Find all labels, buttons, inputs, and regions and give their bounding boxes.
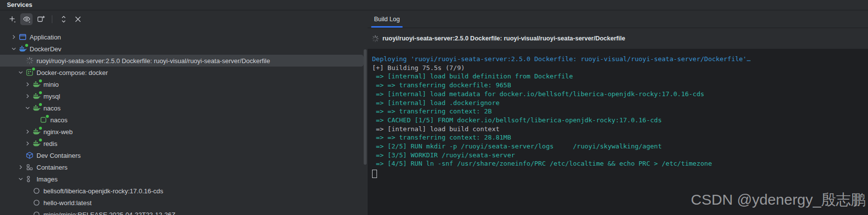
collapse-all-icon [74, 15, 82, 24]
spinner-icon [372, 35, 379, 42]
compose-icon [26, 69, 34, 76]
tree-label: nacos [50, 116, 68, 124]
docker-green-icon [33, 92, 40, 100]
tree-row-ruoyi-ruoyi-seata-server-2-5-0-dockerfile-[interactable]: ruoyi/ruoyi-seata-server:2.5.0 Dockerfil… [0, 55, 364, 67]
console-line: => [internal] load build definition from… [372, 72, 868, 81]
container-icon [39, 116, 47, 124]
running-status-dot [39, 139, 42, 142]
tree-row-dockerdev[interactable]: DockerDev [0, 43, 368, 55]
services-tree: ApplicationDockerDevruoyi/ruoyi-seata-se… [0, 28, 368, 215]
console-line: => [internal] load .dockerignore [372, 99, 868, 108]
console-line: => => transferring context: 28.81MB [372, 133, 868, 142]
tree-row-docker-compose-docker[interactable]: Docker-compose: docker [0, 67, 368, 78]
tree-row-nginx-web[interactable]: nginx-web [0, 126, 368, 138]
running-status-dot [39, 91, 42, 94]
tree-label: Dev Containers [37, 152, 81, 159]
arrow-spacer [24, 211, 32, 215]
devcontainer-cube-icon [26, 151, 34, 159]
arrow-spacer [17, 57, 25, 65]
tree-label: Docker-compose: docker [37, 69, 108, 76]
chevron-down-icon[interactable] [17, 175, 25, 183]
console-line: => => transferring dockerfile: 965B [372, 81, 868, 90]
tree-label: mysql [43, 93, 60, 100]
toolbar-separator [52, 15, 52, 23]
image-circle-icon [33, 211, 40, 215]
services-sidebar: ApplicationDockerDevruoyi/ruoyi-seata-se… [0, 10, 368, 215]
console-line: => [2/5] RUN mkdir -p /ruoyi/seata-serve… [372, 142, 868, 151]
tree-label: Containers [37, 164, 68, 171]
console-line: => [4/5] RUN ln -snf /usr/share/zoneinfo… [372, 159, 868, 168]
image-circle-icon [33, 187, 40, 195]
services-toolbar [0, 10, 368, 28]
chevron-down-icon[interactable] [10, 45, 18, 53]
add-icon [8, 15, 17, 24]
running-status-dot [39, 79, 42, 82]
containers-icon [26, 163, 34, 171]
running-status-dot [25, 44, 28, 47]
chevron-down-icon[interactable] [17, 69, 25, 76]
chevron-down-icon[interactable] [24, 104, 32, 112]
chevron-right-icon[interactable] [24, 80, 32, 88]
chevron-right-icon[interactable] [24, 128, 32, 136]
console-line: => [internal] load build context [372, 125, 868, 134]
tree-label: redis [43, 140, 57, 147]
tree-label: nacos [43, 105, 61, 112]
running-status-dot [46, 115, 49, 118]
tree-row-mysql[interactable]: mysql [0, 90, 368, 102]
tree-row-nacos[interactable]: nacos [0, 102, 368, 114]
chevron-right-icon[interactable] [24, 92, 32, 100]
tree-label: nginx-web [43, 128, 73, 136]
build-log-header: ruoyi/ruoyi-seata-server:2.5.0 Dockerfil… [368, 28, 868, 49]
docker-green-icon [33, 140, 40, 147]
tree-row-minio-minio-release-2025-04-22t22-12-26z[interactable]: minio/minio:RELEASE.2025-04-22T22-12-26Z [0, 209, 368, 215]
tree-row-hello-world-latest[interactable]: hello-world:latest [0, 197, 368, 209]
docker-green-icon [33, 128, 40, 136]
tab-bar: Build Log [368, 10, 868, 28]
console-line: [+] Building 75.5s (7/9) [372, 64, 868, 72]
tree-label: hello-world:latest [43, 199, 92, 207]
console-line: => [3/5] WORKDIR /ruoyi/seata-server [372, 151, 868, 160]
running-status-dot [32, 68, 35, 71]
tool-window-title: Services [7, 1, 32, 8]
console-line: => CACHED [1/5] FROM docker.io/bellsoft/… [372, 116, 868, 125]
console-line: => => transferring context: 2B [372, 107, 868, 116]
console-line: Deploying 'ruoyi/ruoyi-seata-server:2.5.… [372, 55, 868, 64]
tree-label: ruoyi/ruoyi-seata-server:2.5.0 Dockerfil… [37, 57, 270, 65]
running-status-dot [39, 103, 42, 106]
tree-row-nacos[interactable]: nacos [0, 114, 368, 126]
tree-row-dev-containers[interactable]: Dev Containers [0, 149, 368, 161]
tree-row-minio[interactable]: minio [0, 78, 368, 90]
tree-label: DockerDev [30, 45, 61, 53]
console-cursor [372, 170, 377, 178]
docker-green-icon [33, 104, 40, 112]
chevron-right-icon[interactable] [10, 33, 18, 41]
tree-label: Images [37, 176, 58, 183]
arrow-spacer [17, 151, 25, 159]
build-log-panel: Build Log ruoyi/ruoyi-seata-server:2.5.0… [368, 10, 868, 215]
navigate-up-down-button[interactable] [57, 13, 70, 25]
navigate-up-down-icon [59, 15, 68, 24]
arrow-spacer [24, 199, 32, 207]
tree-label: Application [30, 34, 61, 41]
docker-blue-icon [19, 45, 27, 53]
add-button[interactable] [6, 13, 18, 25]
eye-button[interactable] [20, 13, 33, 25]
collapse-all-button[interactable] [72, 13, 84, 25]
image-circle-icon [33, 199, 40, 207]
tree-label: minio [43, 81, 59, 88]
tree-row-redis[interactable]: redis [0, 138, 368, 149]
tree-row-images[interactable]: Images [0, 173, 368, 185]
chevron-right-icon[interactable] [24, 140, 32, 147]
tree-scrollbar[interactable] [364, 49, 367, 165]
app-window-icon [19, 33, 27, 41]
tree-row-application[interactable]: Application [0, 31, 368, 43]
chevron-right-icon[interactable] [17, 163, 25, 171]
spinner-icon [26, 57, 34, 65]
arrow-spacer [31, 116, 38, 124]
tree-row-containers[interactable]: Containers [0, 161, 368, 173]
arrow-spacer [24, 187, 32, 195]
tree-row-bellsoft-liberica-openjdk-rocky-17-0-16-cd[interactable]: bellsoft/liberica-openjdk-rocky:17.0.16-… [0, 185, 368, 197]
new-tab-button[interactable] [35, 13, 47, 25]
tab-build-log[interactable]: Build Log [371, 10, 403, 28]
watermark: CSDN @ydenergy_殷志鹏 [691, 190, 866, 210]
